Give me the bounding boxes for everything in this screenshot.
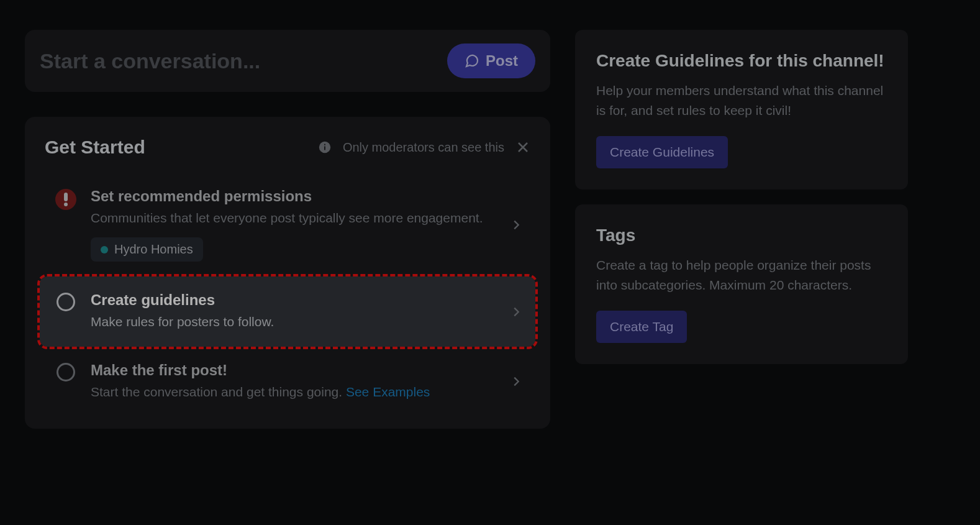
see-examples-link[interactable]: See Examples — [346, 385, 430, 399]
step-first-post[interactable]: Make the first post! Start the conversat… — [40, 347, 535, 416]
chevron-right-icon — [509, 375, 523, 388]
panel-header-right: Only moderators can see this — [318, 140, 530, 155]
tags-card-body: Create a tag to help people organize the… — [596, 255, 887, 294]
alert-icon — [55, 189, 76, 210]
get-started-panel: Get Started Only moderators can see this — [25, 117, 550, 429]
role-dot-icon — [101, 246, 108, 253]
svg-rect-5 — [64, 193, 68, 201]
post-button[interactable]: Post — [447, 43, 535, 78]
info-icon — [318, 140, 332, 154]
side-column: Create Guidelines for this channel! Help… — [575, 30, 908, 364]
step-guidelines-sub: Make rules for posters to follow. — [91, 313, 489, 331]
svg-rect-1 — [324, 146, 325, 150]
panel-header: Get Started Only moderators can see this — [30, 137, 545, 173]
post-button-label: Post — [486, 52, 518, 70]
step-firstpost-sub-text: Start the conversation and get things go… — [91, 385, 346, 399]
chevron-right-icon — [509, 305, 523, 319]
tags-card-title: Tags — [596, 226, 887, 245]
step-set-permissions[interactable]: Set recommended permissions Communities … — [40, 173, 535, 276]
chat-bubble-icon — [465, 53, 479, 68]
create-tag-button[interactable]: Create Tag — [596, 311, 687, 343]
svg-rect-2 — [324, 144, 325, 145]
guidelines-card-title: Create Guidelines for this channel! — [596, 51, 887, 71]
step-firstpost-sub: Start the conversation and get things go… — [91, 383, 489, 401]
guidelines-card-body: Help your members understand what this c… — [596, 81, 887, 120]
svg-point-6 — [64, 203, 68, 206]
step-create-guidelines[interactable]: Create guidelines Make rules for posters… — [40, 276, 535, 346]
composer-placeholder: Start a conversation... — [40, 49, 260, 73]
circle-unchecked-icon — [57, 293, 75, 311]
role-tag[interactable]: Hydro Homies — [91, 237, 203, 262]
circle-unchecked-icon — [57, 363, 75, 381]
mod-only-notice: Only moderators can see this — [343, 140, 504, 155]
close-icon[interactable] — [515, 140, 530, 155]
guidelines-card: Create Guidelines for this channel! Help… — [575, 30, 908, 189]
step-permissions-sub: Communities that let everyone post typic… — [91, 209, 489, 227]
create-guidelines-button[interactable]: Create Guidelines — [596, 136, 728, 168]
role-tag-label: Hydro Homies — [114, 242, 193, 257]
composer-bar[interactable]: Start a conversation... Post — [25, 30, 550, 92]
main-column: Start a conversation... Post Get Started — [25, 30, 550, 429]
tags-card: Tags Create a tag to help people organiz… — [575, 204, 908, 364]
step-firstpost-title: Make the first post! — [91, 362, 489, 379]
get-started-heading: Get Started — [45, 137, 145, 158]
step-permissions-title: Set recommended permissions — [91, 188, 489, 205]
chevron-right-icon — [509, 218, 523, 232]
step-guidelines-title: Create guidelines — [91, 291, 489, 309]
